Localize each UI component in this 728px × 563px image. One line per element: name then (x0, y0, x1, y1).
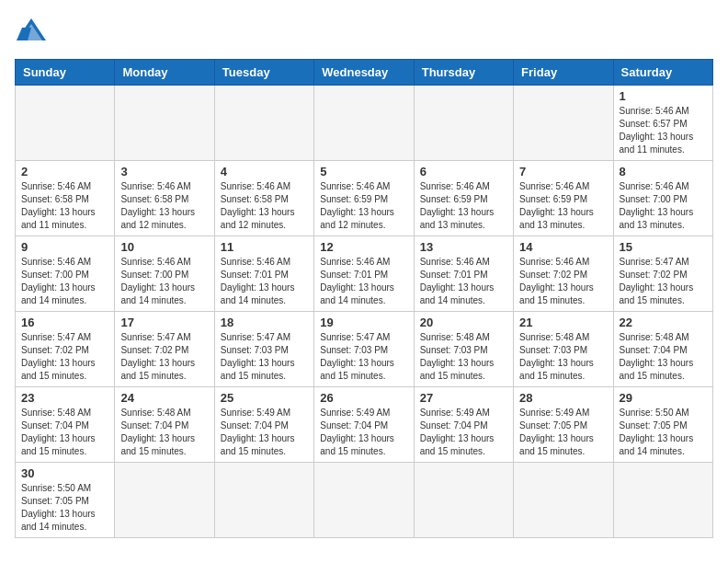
day-number: 8 (620, 165, 707, 178)
day-info: Sunrise: 5:46 AM Sunset: 7:02 PM Dayligh… (519, 256, 607, 307)
day-info: Sunrise: 5:49 AM Sunset: 7:04 PM Dayligh… (420, 407, 507, 458)
day-info: Sunrise: 5:48 AM Sunset: 7:03 PM Dayligh… (420, 331, 507, 383)
day-cell (115, 86, 214, 161)
week-row-1: 2Sunrise: 5:46 AM Sunset: 6:58 PM Daylig… (16, 161, 713, 236)
day-number: 17 (120, 316, 208, 329)
day-cell: 29Sunrise: 5:50 AM Sunset: 7:05 PM Dayli… (613, 387, 712, 463)
weekday-header-thursday: Thursday (414, 60, 513, 86)
week-row-0: 1Sunrise: 5:46 AM Sunset: 6:57 PM Daylig… (16, 86, 713, 161)
day-number: 11 (221, 240, 308, 254)
day-info: Sunrise: 5:46 AM Sunset: 7:00 PM Dayligh… (120, 256, 208, 307)
day-cell: 20Sunrise: 5:48 AM Sunset: 7:03 PM Dayli… (414, 312, 513, 387)
day-number: 15 (620, 240, 707, 254)
week-row-5: 30Sunrise: 5:50 AM Sunset: 7:05 PM Dayli… (16, 463, 713, 538)
day-number: 6 (420, 165, 507, 178)
day-number: 2 (21, 165, 108, 178)
week-row-4: 23Sunrise: 5:48 AM Sunset: 7:04 PM Dayli… (16, 387, 713, 463)
day-number: 9 (21, 240, 108, 254)
day-cell: 15Sunrise: 5:47 AM Sunset: 7:02 PM Dayli… (613, 236, 712, 312)
day-cell (414, 463, 513, 538)
day-info: Sunrise: 5:50 AM Sunset: 7:05 PM Dayligh… (620, 407, 707, 458)
weekday-header-sunday: Sunday (16, 60, 115, 86)
day-cell (314, 463, 414, 538)
day-info: Sunrise: 5:47 AM Sunset: 7:02 PM Dayligh… (120, 331, 208, 383)
day-cell (115, 463, 214, 538)
week-row-2: 9Sunrise: 5:46 AM Sunset: 7:00 PM Daylig… (16, 236, 713, 312)
calendar-table: SundayMondayTuesdayWednesdayThursdayFrid… (15, 59, 713, 538)
day-number: 10 (120, 240, 208, 254)
day-number: 19 (320, 316, 407, 329)
day-cell: 2Sunrise: 5:46 AM Sunset: 6:58 PM Daylig… (16, 161, 115, 236)
day-cell: 6Sunrise: 5:46 AM Sunset: 6:59 PM Daylig… (414, 161, 513, 236)
day-cell: 8Sunrise: 5:46 AM Sunset: 7:00 PM Daylig… (613, 161, 712, 236)
day-info: Sunrise: 5:49 AM Sunset: 7:04 PM Dayligh… (320, 407, 407, 458)
day-number: 4 (221, 165, 308, 178)
day-cell (613, 463, 712, 538)
weekday-header-saturday: Saturday (613, 60, 712, 86)
day-cell: 12Sunrise: 5:46 AM Sunset: 7:01 PM Dayli… (314, 236, 414, 312)
day-info: Sunrise: 5:47 AM Sunset: 7:03 PM Dayligh… (221, 331, 308, 383)
day-info: Sunrise: 5:46 AM Sunset: 7:01 PM Dayligh… (420, 256, 507, 307)
weekday-header-wednesday: Wednesday (314, 60, 414, 86)
weekday-header-friday: Friday (514, 60, 613, 86)
day-info: Sunrise: 5:47 AM Sunset: 7:03 PM Dayligh… (320, 331, 407, 383)
day-info: Sunrise: 5:46 AM Sunset: 6:57 PM Dayligh… (620, 105, 707, 156)
day-cell (514, 463, 613, 538)
day-cell: 13Sunrise: 5:46 AM Sunset: 7:01 PM Dayli… (414, 236, 513, 312)
day-cell: 10Sunrise: 5:46 AM Sunset: 7:00 PM Dayli… (115, 236, 214, 312)
day-cell: 27Sunrise: 5:49 AM Sunset: 7:04 PM Dayli… (414, 387, 513, 463)
day-cell (16, 86, 115, 161)
day-number: 13 (420, 240, 507, 254)
day-cell (214, 86, 313, 161)
day-cell: 5Sunrise: 5:46 AM Sunset: 6:59 PM Daylig… (314, 161, 414, 236)
day-cell (314, 86, 414, 161)
day-info: Sunrise: 5:46 AM Sunset: 6:58 PM Dayligh… (21, 180, 108, 232)
day-cell: 7Sunrise: 5:46 AM Sunset: 6:59 PM Daylig… (514, 161, 613, 236)
day-number: 14 (519, 240, 607, 254)
day-cell: 9Sunrise: 5:46 AM Sunset: 7:00 PM Daylig… (16, 236, 115, 312)
page-header (15, 15, 713, 48)
day-number: 28 (519, 391, 607, 405)
day-info: Sunrise: 5:50 AM Sunset: 7:05 PM Dayligh… (21, 482, 108, 534)
day-cell: 24Sunrise: 5:48 AM Sunset: 7:04 PM Dayli… (115, 387, 214, 463)
day-info: Sunrise: 5:46 AM Sunset: 6:59 PM Dayligh… (420, 180, 507, 232)
day-info: Sunrise: 5:46 AM Sunset: 7:00 PM Dayligh… (21, 256, 108, 307)
day-info: Sunrise: 5:46 AM Sunset: 7:00 PM Dayligh… (620, 180, 707, 232)
day-number: 21 (519, 316, 607, 329)
day-number: 22 (620, 316, 707, 329)
logo (15, 15, 53, 48)
day-cell: 23Sunrise: 5:48 AM Sunset: 7:04 PM Dayli… (16, 387, 115, 463)
day-cell (414, 86, 513, 161)
weekday-header-monday: Monday (115, 60, 214, 86)
day-cell: 28Sunrise: 5:49 AM Sunset: 7:05 PM Dayli… (514, 387, 613, 463)
day-info: Sunrise: 5:46 AM Sunset: 6:58 PM Dayligh… (221, 180, 308, 232)
day-cell: 17Sunrise: 5:47 AM Sunset: 7:02 PM Dayli… (115, 312, 214, 387)
day-cell: 19Sunrise: 5:47 AM Sunset: 7:03 PM Dayli… (314, 312, 414, 387)
day-cell: 1Sunrise: 5:46 AM Sunset: 6:57 PM Daylig… (613, 86, 712, 161)
day-number: 5 (320, 165, 407, 178)
day-cell: 30Sunrise: 5:50 AM Sunset: 7:05 PM Dayli… (16, 463, 115, 538)
day-number: 7 (519, 165, 607, 178)
day-cell: 21Sunrise: 5:48 AM Sunset: 7:03 PM Dayli… (514, 312, 613, 387)
day-number: 25 (221, 391, 308, 405)
day-number: 12 (320, 240, 407, 254)
day-cell: 14Sunrise: 5:46 AM Sunset: 7:02 PM Dayli… (514, 236, 613, 312)
day-number: 20 (420, 316, 507, 329)
week-row-3: 16Sunrise: 5:47 AM Sunset: 7:02 PM Dayli… (16, 312, 713, 387)
day-number: 18 (221, 316, 308, 329)
day-number: 30 (21, 466, 108, 480)
day-info: Sunrise: 5:48 AM Sunset: 7:04 PM Dayligh… (620, 331, 707, 383)
day-number: 27 (420, 391, 507, 405)
day-info: Sunrise: 5:46 AM Sunset: 6:58 PM Dayligh… (120, 180, 208, 232)
day-cell: 25Sunrise: 5:49 AM Sunset: 7:04 PM Dayli… (214, 387, 313, 463)
day-info: Sunrise: 5:49 AM Sunset: 7:05 PM Dayligh… (519, 407, 607, 458)
logo-icon (15, 15, 48, 48)
day-info: Sunrise: 5:47 AM Sunset: 7:02 PM Dayligh… (21, 331, 108, 383)
day-number: 26 (320, 391, 407, 405)
day-info: Sunrise: 5:48 AM Sunset: 7:04 PM Dayligh… (120, 407, 208, 458)
day-cell: 22Sunrise: 5:48 AM Sunset: 7:04 PM Dayli… (613, 312, 712, 387)
day-cell: 18Sunrise: 5:47 AM Sunset: 7:03 PM Dayli… (214, 312, 313, 387)
day-info: Sunrise: 5:46 AM Sunset: 7:01 PM Dayligh… (320, 256, 407, 307)
day-info: Sunrise: 5:46 AM Sunset: 6:59 PM Dayligh… (320, 180, 407, 232)
day-info: Sunrise: 5:46 AM Sunset: 7:01 PM Dayligh… (221, 256, 308, 307)
